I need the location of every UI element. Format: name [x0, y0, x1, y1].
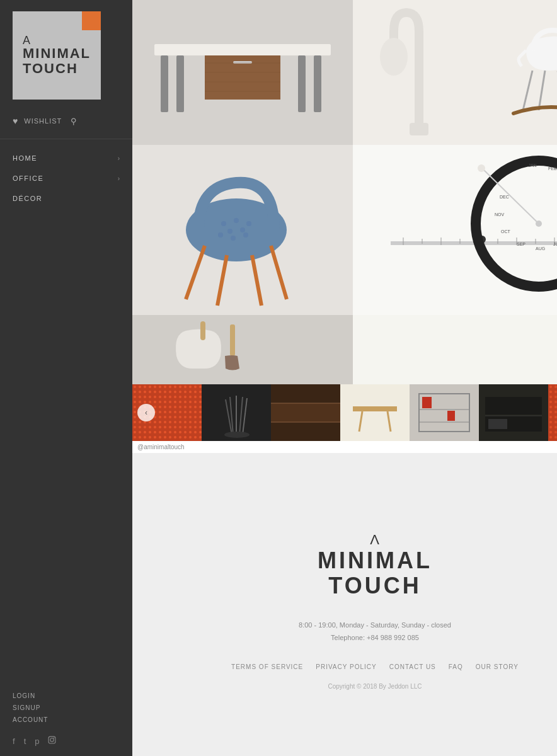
- svg-point-27: [231, 236, 236, 241]
- svg-text:JUL: JUL: [553, 242, 557, 246]
- social-icons: f t p: [13, 736, 120, 746]
- footer-logo: Λ MINIMAL TOUCH: [318, 532, 432, 598]
- footer-logo-a: Λ: [318, 532, 432, 548]
- svg-rect-73: [271, 403, 340, 422]
- instagram-handle: @aminimaltouch: [132, 441, 557, 453]
- heart-icon: ♥: [13, 116, 18, 126]
- logo-box[interactable]: A MINIMAL TOUCH: [13, 11, 101, 100]
- svg-point-59: [478, 164, 485, 172]
- main-content: JAN FEB MAR APR MAY JUN JUL AUG SEP OCT …: [132, 0, 557, 756]
- svg-text:AUG: AUG: [536, 246, 545, 251]
- svg-text:NOV: NOV: [495, 212, 505, 217]
- instagram-carousel: [132, 384, 557, 441]
- logo-area: A MINIMAL TOUCH: [0, 0, 132, 110]
- signup-link[interactable]: SIGNUP: [13, 704, 120, 711]
- svg-line-30: [217, 255, 227, 306]
- svg-rect-7: [298, 55, 306, 112]
- search-icon[interactable]: ⚲: [71, 117, 77, 126]
- nav-item-decor[interactable]: DÉCOR: [0, 188, 132, 209]
- nav-label-decor: DÉCOR: [13, 195, 42, 202]
- wishlist-area: ♥ WISHLIST ⚲: [0, 110, 132, 136]
- footer-links: TERMS OF SERVICE PRIVACY POLICY CONTACT …: [231, 663, 519, 670]
- login-link[interactable]: LOGIN: [13, 692, 120, 699]
- insta-image-6[interactable]: [479, 384, 548, 441]
- product-clock[interactable]: JAN FEB MAR APR MAY JUN JUL AUG SEP OCT …: [353, 145, 557, 315]
- product-dustpan[interactable]: [132, 315, 353, 384]
- svg-point-44: [476, 161, 557, 287]
- product-row3-right: [353, 315, 557, 384]
- svg-rect-15: [410, 123, 428, 135]
- instagram-strip: ‹ › @aminimaltouch: [132, 384, 557, 453]
- svg-point-21: [221, 221, 226, 226]
- svg-rect-85: [447, 411, 455, 421]
- svg-rect-90: [488, 419, 507, 429]
- svg-point-26: [218, 232, 223, 238]
- insta-image-3[interactable]: [271, 384, 340, 441]
- pinterest-icon[interactable]: p: [35, 736, 39, 746]
- svg-rect-76: [340, 384, 410, 441]
- product-lamp[interactable]: [353, 0, 485, 145]
- sidebar-bottom-links: LOGIN SIGNUP ACCOUNT: [13, 692, 120, 723]
- svg-text:FEB: FEB: [548, 166, 557, 171]
- footer-logo-minimal: MINIMAL: [318, 548, 432, 573]
- svg-point-24: [227, 229, 233, 234]
- svg-point-14: [380, 38, 408, 76]
- carousel-prev-button[interactable]: ‹: [137, 404, 155, 421]
- insta-image-7[interactable]: [548, 384, 557, 441]
- product-rocking-chair[interactable]: [485, 0, 557, 145]
- footer-link-faq[interactable]: FAQ: [449, 663, 463, 670]
- nav-label-office: OFFICE: [13, 175, 43, 182]
- svg-line-57: [482, 168, 539, 224]
- nav-item-office[interactable]: OFFICE ›: [0, 168, 132, 188]
- twitter-icon[interactable]: t: [24, 736, 26, 746]
- svg-rect-3: [154, 44, 331, 55]
- nav-items: HOME › OFFICE › DÉCOR: [0, 142, 132, 215]
- svg-text:JAN: JAN: [528, 163, 536, 168]
- product-row-1: [132, 0, 557, 145]
- sidebar-bottom: LOGIN SIGNUP ACCOUNT f t p: [0, 680, 132, 756]
- product-desk[interactable]: [132, 0, 353, 145]
- svg-rect-84: [422, 397, 432, 408]
- insta-image-5[interactable]: [410, 384, 479, 441]
- svg-line-29: [186, 246, 205, 299]
- footer-link-tos[interactable]: TERMS OF SERVICE: [231, 663, 303, 670]
- svg-rect-88: [485, 397, 542, 415]
- svg-rect-9: [233, 61, 252, 64]
- svg-rect-5: [161, 55, 168, 112]
- nav-item-home[interactable]: HOME ›: [0, 148, 132, 168]
- logo-touch: TOUCH: [23, 61, 91, 76]
- svg-line-16: [523, 71, 532, 110]
- svg-line-17: [539, 71, 545, 110]
- sidebar: A MINIMAL TOUCH ♥ WISHLIST ⚲ HOME › OFFI…: [0, 0, 132, 756]
- svg-point-71: [224, 432, 250, 438]
- svg-rect-80: [410, 384, 479, 441]
- logo-a: A: [23, 35, 91, 46]
- facebook-icon[interactable]: f: [13, 736, 15, 746]
- footer-logo-touch: TOUCH: [318, 573, 432, 598]
- svg-point-1: [50, 738, 54, 742]
- svg-rect-61: [230, 324, 235, 356]
- svg-point-23: [246, 221, 251, 226]
- footer-link-contact[interactable]: CONTACT US: [389, 663, 436, 670]
- instagram-icon[interactable]: [48, 736, 56, 746]
- svg-point-22: [234, 218, 239, 223]
- svg-rect-92: [548, 384, 557, 441]
- footer-link-story[interactable]: OUR STORY: [476, 663, 519, 670]
- svg-rect-60: [200, 321, 205, 340]
- logo-minimal: MINIMAL: [23, 46, 91, 61]
- svg-text:DEC: DEC: [500, 195, 509, 199]
- footer-copyright: Copyright © 2018 By Jeddon LLC: [328, 683, 422, 690]
- insta-image-2[interactable]: [202, 384, 271, 441]
- product-chair[interactable]: [132, 145, 353, 315]
- footer-hours: 8:00 - 19:00, Monday - Saturday, Sunday …: [299, 619, 451, 644]
- account-link[interactable]: ACCOUNT: [13, 716, 120, 723]
- svg-point-58: [536, 220, 542, 227]
- svg-point-2: [54, 738, 55, 739]
- insta-image-4[interactable]: [340, 384, 410, 441]
- footer-link-privacy[interactable]: PRIVACY POLICY: [316, 663, 376, 670]
- svg-point-25: [240, 227, 245, 232]
- svg-rect-77: [353, 406, 397, 411]
- nav-arrow-home: ›: [118, 155, 120, 162]
- wishlist-label[interactable]: WISHLIST: [24, 117, 62, 125]
- svg-text:OCT: OCT: [501, 229, 511, 234]
